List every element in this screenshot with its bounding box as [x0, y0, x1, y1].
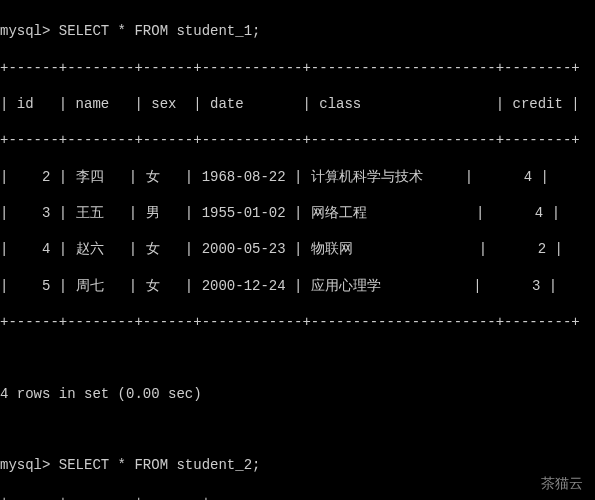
blank-line [0, 350, 595, 367]
watermark-text: 茶猫云 [541, 474, 583, 492]
query1-border-mid: +------+--------+------+------------+---… [0, 131, 595, 149]
query2-border-top: +------+--------+-------+ [0, 493, 595, 500]
query2-prompt: mysql> SELECT * FROM student_2; [0, 456, 595, 474]
query1-result: 4 rows in set (0.00 sec) [0, 385, 595, 403]
blank-line [0, 421, 595, 438]
terminal-output: mysql> SELECT * FROM student_1; +------+… [0, 0, 595, 500]
table-row: | 3 | 王五 | 男 | 1955-01-02 | 网络工程 | 4 | [0, 204, 595, 222]
query1-header: | id | name | sex | date | class | credi… [0, 95, 595, 113]
query1-prompt: mysql> SELECT * FROM student_1; [0, 22, 595, 40]
table-row: | 2 | 李四 | 女 | 1968-08-22 | 计算机科学与技术 | 4… [0, 168, 595, 186]
table-row: | 4 | 赵六 | 女 | 2000-05-23 | 物联网 | 2 | [0, 240, 595, 258]
query1-border-top: +------+--------+------+------------+---… [0, 59, 595, 77]
table-row: | 5 | 周七 | 女 | 2000-12-24 | 应用心理学 | 3 | [0, 277, 595, 295]
query1-border-bot: +------+--------+------+------------+---… [0, 313, 595, 331]
